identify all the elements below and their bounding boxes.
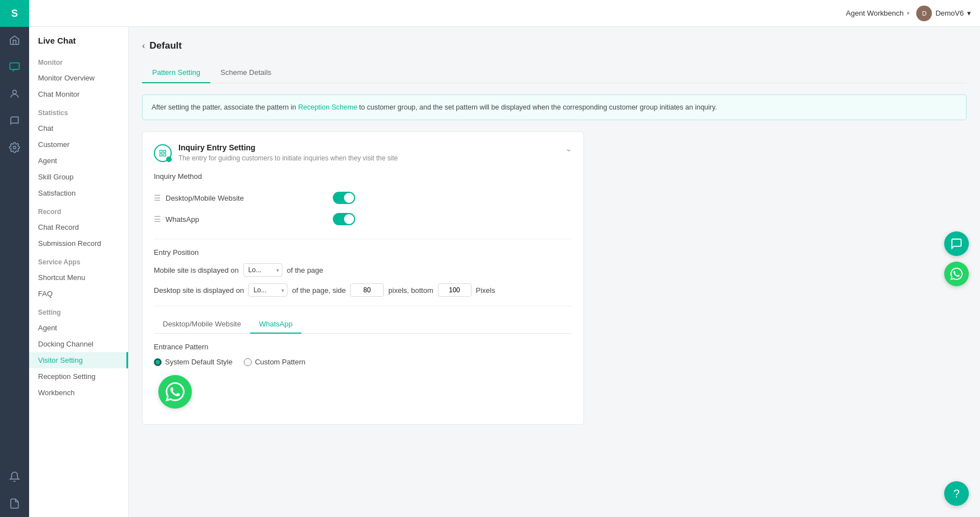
sidebar-section-setting: Setting	[29, 302, 128, 320]
sidebar-item-setting-agent[interactable]: Agent	[29, 320, 128, 336]
method-row-desktop: ☰ Desktop/Mobile Website	[154, 187, 355, 208]
user-arrow: ▾	[967, 9, 971, 17]
sub-tab-whatsapp[interactable]: WhatsApp	[250, 315, 301, 334]
avatar: D	[916, 6, 932, 21]
mobile-position-select-wrapper: Lo... Left Right Bottom	[243, 263, 282, 277]
reception-scheme-link[interactable]: Reception Scheme	[298, 103, 357, 111]
method-name-whatsapp: ☰ WhatsApp	[154, 215, 199, 224]
sidebar-item-satisfaction[interactable]: Satisfaction	[29, 185, 128, 201]
mobile-entry-row: Mobile site is displayed on Lo... Left R…	[154, 263, 572, 277]
sidebar-item-chat-monitor[interactable]: Chat Monitor	[29, 86, 128, 102]
rail-chat-icon[interactable]	[0, 54, 29, 80]
sidebar-item-faq[interactable]: FAQ	[29, 286, 128, 302]
desktop-position-select-wrapper: Lo... Left Right Bottom	[248, 283, 288, 297]
entrance-pattern-section: Entrance Pattern System Default Style Cu…	[154, 343, 572, 409]
rail-files-icon[interactable]	[0, 490, 29, 517]
sidebar-item-monitor-overview[interactable]: Monitor Overview	[29, 70, 128, 86]
rail-home-icon[interactable]	[0, 27, 29, 54]
info-text-before: After setting the patter, associate the …	[152, 103, 298, 111]
rail-settings-icon[interactable]	[0, 134, 29, 161]
card-title: Inquiry Entry Setting	[178, 143, 398, 152]
main-tabs: Pattern Setting Scheme Details	[142, 63, 967, 83]
rail-notification-icon[interactable]	[0, 463, 29, 490]
radio-custom-pattern[interactable]: Custom Pattern	[244, 358, 305, 366]
radio-system-default[interactable]: System Default Style	[154, 358, 233, 366]
mobile-prefix: Mobile site is displayed on	[154, 266, 239, 274]
page-title: Default	[149, 40, 182, 51]
svg-rect-3	[160, 150, 162, 153]
mobile-position-select[interactable]: Lo... Left Right Bottom	[243, 263, 282, 277]
card-header-text: Inquiry Entry Setting The entry for guid…	[178, 143, 398, 162]
sidebar-item-workbench[interactable]: Workbench	[29, 385, 128, 401]
toggle-desktop-slider	[333, 192, 355, 204]
agent-workbench-selector[interactable]: Agent Workbench ▾	[846, 9, 910, 17]
desktop-bottom-input[interactable]	[438, 283, 472, 297]
radio-custom-pattern-input[interactable]	[244, 358, 252, 366]
toggle-desktop[interactable]	[333, 192, 355, 204]
desktop-bottom-label: pixels, bottom	[388, 286, 433, 295]
logo[interactable]: S	[0, 0, 29, 27]
collapse-button[interactable]: ⌄	[565, 143, 572, 154]
desktop-prefix: Desktop site is displayed on	[154, 286, 244, 295]
sidebar-item-docking-channel[interactable]: Docking Channel	[29, 336, 128, 352]
sidebar-item-shortcut-menu[interactable]: Shortcut Menu	[29, 269, 128, 286]
tab-scheme-details[interactable]: Scheme Details	[210, 63, 281, 83]
float-chat-button[interactable]	[944, 231, 969, 256]
desktop-side-input[interactable]	[350, 283, 384, 297]
entrance-pattern-label: Entrance Pattern	[154, 343, 572, 351]
agent-workbench-label: Agent Workbench	[846, 9, 903, 17]
float-buttons	[944, 231, 969, 286]
mobile-suffix: of the page	[287, 266, 323, 274]
sidebar-section-record: Record	[29, 201, 128, 219]
rail-book-icon[interactable]	[0, 107, 29, 134]
sidebar-item-chat[interactable]: Chat	[29, 120, 128, 136]
sidebar-item-skill-group[interactable]: Skill Group	[29, 169, 128, 185]
svg-point-2	[13, 146, 16, 149]
back-button[interactable]: ‹	[142, 41, 145, 51]
radio-custom-pattern-label: Custom Pattern	[255, 358, 305, 366]
svg-rect-5	[160, 154, 162, 156]
agent-workbench-arrow: ▾	[907, 10, 910, 16]
main-content: ‹ Default Pattern Setting Scheme Details…	[129, 27, 980, 517]
desktop-entry-row: Desktop site is displayed on Lo... Left …	[154, 283, 572, 297]
card-description: The entry for guiding customers to initi…	[178, 154, 398, 162]
desktop-unit: Pixels	[476, 286, 496, 295]
method-label-desktop: Desktop/Mobile Website	[166, 194, 244, 202]
card-header-left: Inquiry Entry Setting The entry for guid…	[154, 143, 398, 162]
svg-rect-4	[163, 150, 166, 153]
sub-tab-desktop-mobile[interactable]: Desktop/Mobile Website	[154, 315, 250, 334]
card-icon	[154, 144, 172, 162]
card-header: Inquiry Entry Setting The entry for guid…	[154, 143, 572, 162]
page-header: ‹ Default	[142, 40, 967, 51]
method-label-whatsapp: WhatsApp	[166, 215, 199, 224]
sidebar-item-chat-record[interactable]: Chat Record	[29, 219, 128, 235]
help-button[interactable]: ?	[944, 481, 969, 506]
info-text-after: to customer group, and the set pattern w…	[357, 103, 717, 111]
desktop-position-select[interactable]: Lo... Left Right Bottom	[248, 283, 288, 297]
sidebar: Live Chat Monitor Monitor Overview Chat …	[29, 27, 129, 517]
sidebar-item-submission-record[interactable]: Submission Record	[29, 235, 128, 252]
whatsapp-svg	[166, 382, 185, 401]
sidebar-item-customer[interactable]: Customer	[29, 136, 128, 153]
float-whatsapp-button[interactable]	[944, 262, 969, 286]
entrance-pattern-options: System Default Style Custom Pattern	[154, 358, 572, 366]
topbar: Agent Workbench ▾ D DemoV6 ▾	[0, 0, 980, 27]
sidebar-section-monitor: Monitor	[29, 52, 128, 70]
user-menu[interactable]: D DemoV6 ▾	[916, 6, 971, 21]
sidebar-item-visitor-setting[interactable]: Visitor Setting	[29, 352, 128, 368]
sidebar-item-reception-setting[interactable]: Reception Setting	[29, 368, 128, 385]
rail-contacts-icon[interactable]	[0, 80, 29, 107]
user-name: DemoV6	[935, 9, 964, 17]
desktop-middle: of the page, side	[292, 286, 346, 295]
drag-icon-desktop: ☰	[154, 193, 161, 202]
toggle-whatsapp[interactable]	[333, 213, 355, 225]
entry-position-label: Entry Position	[154, 248, 572, 257]
method-name-desktop: ☰ Desktop/Mobile Website	[154, 193, 244, 202]
sidebar-section-statistics: Statistics	[29, 102, 128, 120]
radio-system-default-input[interactable]	[154, 358, 162, 366]
sidebar-section-service-apps: Service Apps	[29, 252, 128, 269]
whatsapp-icon-preview	[158, 375, 192, 409]
sidebar-item-agent[interactable]: Agent	[29, 153, 128, 169]
tab-pattern-setting[interactable]: Pattern Setting	[142, 63, 210, 83]
toggle-whatsapp-slider	[333, 213, 355, 225]
